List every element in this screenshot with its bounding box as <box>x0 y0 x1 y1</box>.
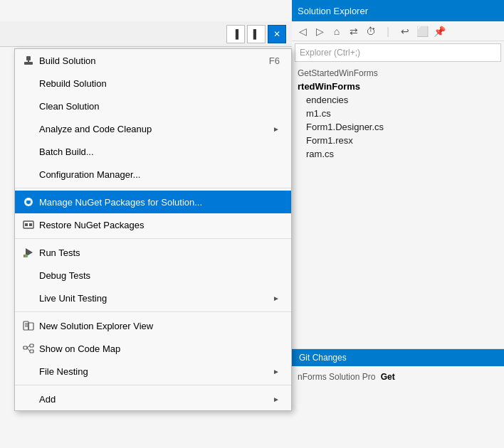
se-sync-btn[interactable]: ⇄ <box>346 23 362 39</box>
menu-item-config-manager[interactable]: Configuration Manager... <box>15 163 291 186</box>
se-home-btn[interactable]: ⌂ <box>329 23 345 39</box>
divider-4 <box>15 385 291 385</box>
svg-rect-11 <box>23 255 25 257</box>
toolbar-btn-3[interactable]: ✕ <box>268 25 286 43</box>
menu-item-run-tests[interactable]: Run Tests <box>15 241 291 264</box>
se-expand-btn[interactable]: ⬜ <box>414 23 430 39</box>
svg-rect-12 <box>23 321 28 330</box>
file-nesting-arrow: ► <box>273 368 280 375</box>
menu-item-live-unit-testing[interactable]: Live Unit Testing ► <box>15 287 291 309</box>
menu-item-analyze-cleanup[interactable]: Analyze and Code Cleanup ► <box>15 117 291 140</box>
bottom-panel-solution-label: nForms Solution Pro <box>298 372 375 382</box>
se-undo-btn[interactable]: ↩ <box>397 23 413 39</box>
menu-item-manage-nuget[interactable]: Manage NuGet Packages for Solution... <box>15 191 291 213</box>
tree-item-6[interactable]: ram.cs <box>292 147 504 161</box>
batch-build-icon <box>21 144 36 159</box>
live-unit-testing-arrow: ► <box>273 294 280 302</box>
tree-item-0[interactable]: GetStartedWinForms <box>292 67 504 80</box>
show-code-map-label: Show on Code Map <box>39 343 280 354</box>
manage-nuget-icon <box>21 194 36 210</box>
bottom-panel-content: nForms Solution Pro Get <box>292 366 504 388</box>
svg-line-21 <box>27 348 30 351</box>
add-label: Add <box>39 394 267 405</box>
tree-item-3[interactable]: m1.cs <box>292 107 504 120</box>
tree-item-1[interactable]: rtedWinForms <box>292 80 504 93</box>
menu-item-rebuild-solution[interactable]: Rebuild Solution <box>15 72 291 95</box>
svg-rect-2 <box>28 60 29 63</box>
se-clock-btn[interactable]: ⏱ <box>363 23 379 39</box>
tree-item-2[interactable]: endencies <box>292 93 504 107</box>
se-search-placeholder: Explorer (Ctrl+;) <box>300 48 360 58</box>
build-solution-label: Build Solution <box>39 55 255 66</box>
add-icon <box>21 391 36 407</box>
divider-2 <box>15 238 291 239</box>
add-arrow: ► <box>273 395 280 403</box>
divider-1 <box>15 188 291 188</box>
menu-item-batch-build[interactable]: Batch Build... <box>15 140 291 163</box>
svg-line-20 <box>27 346 30 348</box>
file-nesting-icon <box>21 363 36 379</box>
menu-item-clean-solution[interactable]: Clean Solution <box>15 95 291 117</box>
svg-rect-13 <box>28 323 33 330</box>
tree-item-4[interactable]: Form1.Designer.cs <box>292 120 504 134</box>
config-manager-label: Configuration Manager... <box>39 169 280 180</box>
left-panel-toolbar: ▐ ▌ ✕ <box>0 21 292 47</box>
se-back-btn[interactable]: ◁ <box>295 23 310 39</box>
bottom-panel: Git Changes nForms Solution Pro Get <box>292 348 504 448</box>
se-forward-btn[interactable]: ▷ <box>312 23 327 39</box>
restore-nuget-icon <box>21 217 36 233</box>
svg-rect-18 <box>30 344 33 347</box>
solution-explorer-titlebar: Solution Explorer <box>292 0 504 21</box>
toolbar-btn-1[interactable]: ▐ <box>226 25 245 43</box>
clean-solution-label: Clean Solution <box>39 101 280 112</box>
debug-tests-icon <box>21 267 36 283</box>
build-solution-shortcut: F6 <box>269 55 280 66</box>
run-tests-label: Run Tests <box>39 247 280 258</box>
svg-rect-7 <box>25 223 28 226</box>
file-nesting-label: File Nesting <box>39 366 267 377</box>
restore-nuget-label: Restore NuGet Packages <box>39 220 280 230</box>
build-solution-icon <box>21 53 36 68</box>
show-code-map-icon <box>21 341 36 356</box>
svg-rect-8 <box>29 223 32 226</box>
menu-item-add[interactable]: Add ► <box>15 388 291 410</box>
clean-solution-icon <box>21 98 36 114</box>
tree-item-5[interactable]: Form1.resx <box>292 134 504 147</box>
context-menu: Build Solution F6 Rebuild Solution Clean… <box>14 48 292 411</box>
toolbar-btn-2[interactable]: ▌ <box>247 25 266 43</box>
rebuild-solution-label: Rebuild Solution <box>39 78 280 89</box>
menu-item-build-solution[interactable]: Build Solution F6 <box>15 49 291 72</box>
svg-rect-17 <box>23 346 27 349</box>
analyze-cleanup-icon <box>21 121 36 137</box>
menu-item-show-code-map[interactable]: Show on Code Map <box>15 337 291 360</box>
batch-build-label: Batch Build... <box>39 146 280 157</box>
bottom-panel-tab-label: Git Changes <box>299 353 347 363</box>
new-solution-explorer-label: New Solution Explorer View <box>39 321 280 331</box>
se-pin-btn[interactable]: 📌 <box>431 23 447 39</box>
menu-item-debug-tests[interactable]: Debug Tests <box>15 264 291 287</box>
config-manager-icon <box>21 166 36 182</box>
menu-item-restore-nuget[interactable]: Restore NuGet Packages <box>15 213 291 236</box>
new-solution-explorer-icon <box>21 318 36 334</box>
divider-3 <box>15 311 291 312</box>
analyze-cleanup-arrow: ► <box>273 125 280 133</box>
menu-item-file-nesting[interactable]: File Nesting ► <box>15 360 291 383</box>
se-search-bar[interactable]: Explorer (Ctrl+;) <box>295 43 501 62</box>
svg-rect-5 <box>27 198 30 201</box>
run-tests-icon <box>21 245 36 260</box>
solution-explorer-title: Solution Explorer <box>298 6 368 16</box>
debug-tests-label: Debug Tests <box>39 270 280 281</box>
bottom-panel-tab[interactable]: Git Changes <box>292 349 504 366</box>
menu-item-new-solution-explorer[interactable]: New Solution Explorer View <box>15 314 291 337</box>
svg-rect-19 <box>30 350 33 353</box>
live-unit-testing-label: Live Unit Testing <box>39 293 267 304</box>
live-unit-testing-icon <box>21 290 36 306</box>
se-tree: GetStartedWinForms rtedWinForms endencie… <box>292 64 504 164</box>
analyze-cleanup-label: Analyze and Code Cleanup <box>39 124 267 134</box>
rebuild-solution-icon <box>21 75 36 91</box>
se-toolbar: ◁ ▷ ⌂ ⇄ ⏱ | ↩ ⬜ 📌 <box>292 21 504 41</box>
manage-nuget-label: Manage NuGet Packages for Solution... <box>39 197 280 208</box>
se-separator: | <box>380 23 396 39</box>
